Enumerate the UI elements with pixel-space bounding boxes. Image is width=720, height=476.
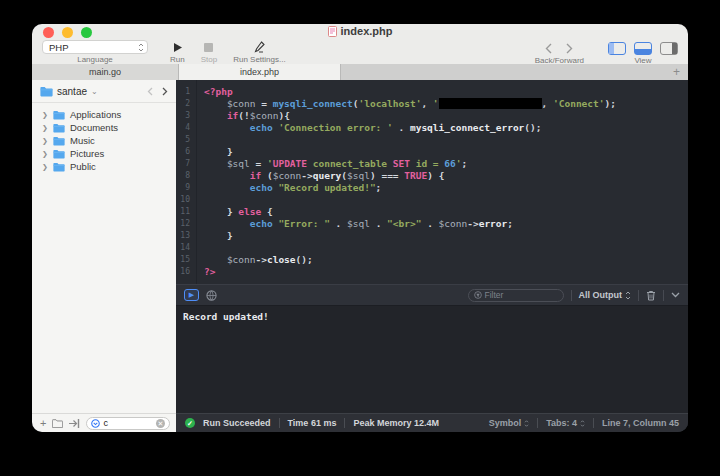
sidebar-item-applications[interactable]: ❯Applications [32,108,176,121]
clear-console-button[interactable] [646,290,656,301]
line-number: 14 [176,242,190,254]
run-button[interactable] [172,40,183,54]
chevron-up-down-icon [138,43,144,52]
console-output[interactable]: Record updated! [176,306,688,413]
status-bar: ✓ Run Succeeded Time 61 ms Peak Memory 1… [176,413,688,432]
reveal-in-finder-button[interactable] [69,419,80,428]
tab-index-php[interactable]: index.php [179,64,341,80]
disclosure-chevron-icon[interactable]: ❯ [42,111,48,119]
chevron-up-down-icon [524,420,529,427]
code-text: if ($conn->query($sql) === TRUE) { [204,170,444,182]
run-label: Run [170,55,185,64]
code-line[interactable]: 8 if ($conn->query($sql) === TRUE) { [176,170,688,182]
code-line[interactable]: 15 $conn->close(); [176,254,688,266]
cursor-position[interactable]: Line 7, Column 45 [602,418,679,428]
run-settings-button[interactable] [254,40,265,54]
code-line[interactable]: 10 [176,194,688,206]
line-number: 6 [176,146,190,158]
code-line[interactable]: 12 echo "Error: " . $sql . "<br>" . $con… [176,218,688,230]
sidebar-item-documents[interactable]: ❯Documents [32,121,176,134]
disclosure-chevron-icon[interactable]: ❯ [42,124,48,132]
titlebar: index.php [32,24,688,38]
language-select[interactable]: PHP [42,40,148,54]
code-line[interactable]: 16?> [176,266,688,278]
code-line[interactable]: 13 } [176,230,688,242]
folder-label: Pictures [70,148,104,159]
folder-icon [53,149,65,159]
language-label: Language [77,55,113,64]
code-line[interactable]: 5 [176,134,688,146]
view-bottom-panel-button[interactable] [634,42,652,55]
code-text: echo "Error: " . $sql . "<br>" . $conn->… [204,218,513,230]
sidebar-item-pictures[interactable]: ❯Pictures [32,147,176,160]
console-tab-icon[interactable]: ▶ [184,289,199,301]
back-button[interactable] [545,43,552,54]
code-line[interactable]: 14 [176,242,688,254]
sidebar-back-button[interactable] [147,87,153,96]
code-line[interactable]: 9 echo "Record updated!"; [176,182,688,194]
redacted-text [439,98,542,109]
line-number: 8 [176,170,190,182]
chevron-up-down-icon [580,420,585,427]
code-line[interactable]: 11 } else { [176,206,688,218]
sidebar-search-input[interactable]: c ✕ [86,417,170,430]
console-filter-input[interactable]: Filter [468,289,564,302]
collapse-console-button[interactable] [671,292,680,298]
document-icon [328,26,337,37]
root-folder-name: santae [57,86,87,97]
code-editor[interactable]: 1<?php2 $conn = mysqli_connect('localhos… [176,80,688,284]
sidebar-footer: + c ✕ [32,413,176,432]
stop-button[interactable] [204,40,213,54]
folder-label: Documents [70,122,118,133]
sidebar-item-public[interactable]: ❯Public [32,160,176,173]
code-line[interactable]: 2 $conn = mysqli_connect('localhost', ' … [176,98,688,110]
scope-filter-icon[interactable] [91,419,100,428]
language-select-value: PHP [49,42,69,53]
symbol-select[interactable]: Symbol [489,418,530,428]
console-toolbar: ▶ Filter All Output [176,284,688,306]
chevron-down-icon: ⌄ [91,87,98,96]
output-type-select[interactable]: All Output [579,290,632,300]
tab-main-go[interactable]: main.go [32,64,179,80]
add-file-button[interactable]: + [40,418,46,429]
folder-icon [53,110,65,120]
trash-icon [646,290,656,301]
code-line[interactable]: 6 } [176,146,688,158]
code-text: } [204,230,233,242]
folder-icon [53,162,65,172]
disclosure-chevron-icon[interactable]: ❯ [42,150,48,158]
code-line[interactable]: 7 $sql = 'UPDATE connect_table SET id = … [176,158,688,170]
success-check-icon: ✓ [185,418,195,428]
line-number: 15 [176,254,190,266]
line-number: 16 [176,266,190,278]
web-view-icon[interactable] [206,290,217,301]
disclosure-chevron-icon[interactable]: ❯ [42,137,48,145]
code-line[interactable]: 3 if(!$conn){ [176,110,688,122]
code-line[interactable]: 1<?php [176,86,688,98]
folder-label: Music [70,135,95,146]
code-line[interactable]: 4 echo 'Connection error: ' . mysqli_con… [176,122,688,134]
forward-button[interactable] [566,43,573,54]
tab-width-select[interactable]: Tabs: 4 [546,418,585,428]
file-browser-sidebar: santae ⌄ ❯Applications❯Documents❯Music❯P… [32,80,176,432]
app-window: index.php PHP Language Run [32,24,688,432]
clear-search-button[interactable]: ✕ [156,419,165,428]
stop-label: Stop [201,55,217,64]
sidebar-item-music[interactable]: ❯Music [32,134,176,147]
run-time: Time 61 ms [288,418,337,428]
new-tab-button[interactable]: + [665,64,688,80]
view-left-panel-button[interactable] [608,42,626,55]
sidebar-folder-header[interactable]: santae ⌄ [32,80,176,103]
sidebar-search-value: c [103,418,108,428]
code-text: if(!$conn){ [204,110,290,122]
line-number: 1 [176,86,190,98]
peak-memory: Peak Memory 12.4M [353,418,439,428]
view-right-panel-button[interactable] [660,42,678,55]
code-text: $sql = 'UPDATE connect_table SET id = 66… [204,158,467,170]
line-number: 13 [176,230,190,242]
sidebar-forward-button[interactable] [162,87,168,96]
disclosure-chevron-icon[interactable]: ❯ [42,163,48,171]
toolbar: PHP Language Run Stop [32,38,688,64]
chevron-down-icon [671,292,680,298]
new-folder-button[interactable] [52,419,63,428]
